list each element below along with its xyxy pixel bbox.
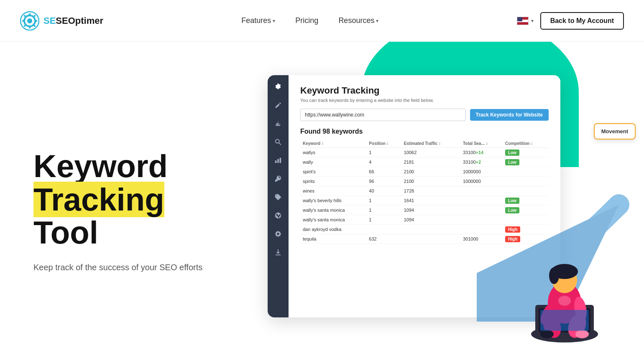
search-row: Track Keywords for Website [300,109,549,121]
competition-badge: Low [505,150,519,156]
cell-traffic: 1094 [401,205,460,215]
svg-rect-3 [22,20,24,22]
cell-position: 1 [366,215,401,225]
dashboard-title: Keyword Tracking [300,85,549,96]
col-competition: Competition ↕ [503,139,549,148]
cell-position: 40 [366,186,401,196]
cell-traffic: 1641 [401,196,460,205]
cell-traffic: 1094 [401,215,460,225]
hero-subtitle: Keep track of the success of your SEO ef… [33,263,243,272]
sidebar-tag-icon[interactable] [273,192,283,202]
sidebar-export-icon[interactable] [273,247,283,257]
svg-point-25 [558,296,571,306]
navigation: Features ▾ Pricing Resources ▾ [241,16,378,25]
svg-point-9 [27,18,32,23]
sidebar-gear-icon[interactable] [273,82,283,92]
cell-keyword: wally's santa monica [300,215,366,225]
website-search-input[interactable] [300,109,466,121]
table-row: wally 4 2181 33100+2 Low [300,157,549,167]
cell-keyword: wallys [300,148,366,157]
person-illustration [510,221,619,355]
cell-position: 1 [366,148,401,157]
language-selector[interactable]: ▾ [517,17,534,25]
cell-total: 33100+14 [460,148,503,157]
svg-point-17 [540,330,554,338]
table-row: wallys 1 10062 33100+14 Low [300,148,549,157]
cell-position: 4 [366,157,401,167]
col-total: Total Sea... ↕ [460,139,503,148]
cell-traffic: 2181 [401,157,460,167]
sidebar-key-icon[interactable] [273,174,283,184]
svg-point-21 [549,267,559,284]
header: SESEOptimer Features ▾ Pricing Resources… [0,0,644,42]
sidebar-chart-icon[interactable] [273,155,283,165]
movement-value: +14 [476,150,484,155]
nav-pricing[interactable]: Pricing [295,16,318,25]
hero-text: Keyword Tracking Tool Keep track of the … [33,124,243,272]
cell-position: 1 [366,205,401,215]
cell-traffic: 2100 [401,167,460,177]
chevron-down-icon: ▾ [273,18,275,24]
svg-point-18 [575,330,589,338]
cell-keyword: spirit's [300,167,366,177]
competition-badge: Low [505,159,519,165]
svg-rect-24 [540,310,589,331]
cell-traffic [401,234,460,244]
svg-rect-1 [29,13,31,15]
col-traffic: Estimated Traffic ↕ [401,139,460,148]
main-content: Keyword Tracking Tool Keep track of the … [0,42,644,355]
cell-keyword: wines [300,186,366,196]
cell-keyword: tequila [300,234,366,244]
cell-competition: Low [503,157,549,167]
chevron-down-icon: ▾ [531,18,534,24]
sidebar-search-icon[interactable] [273,137,283,147]
svg-rect-4 [35,20,37,22]
cell-total: 1000000 [460,167,503,177]
cell-position: 66 [366,167,401,177]
svg-rect-2 [29,26,31,28]
cell-competition [503,177,549,186]
cell-traffic [401,225,460,234]
col-position: Position ↕ [366,139,401,148]
dashboard-sidebar [268,75,289,317]
logo-icon [20,11,39,30]
table-header-row: Keyword ↕ Position ↕ Estimated Traffic ↕… [300,139,549,148]
nav-resources[interactable]: Resources ▾ [338,16,378,25]
cell-keyword: wally's beverly hills [300,196,366,205]
hero-title: Keyword Tracking Tool [33,150,243,249]
cell-total: 1000000 [460,177,503,186]
dashboard-subtitle: You can track keywords by entering a web… [300,98,549,103]
cell-keyword: spirits [300,177,366,186]
sidebar-edit-icon[interactable] [273,100,283,110]
logo[interactable]: SESEOptimer [20,11,103,30]
found-keywords-count: Found 98 keywords [300,128,549,135]
chevron-down-icon: ▾ [376,18,378,24]
cell-traffic: 10062 [401,148,460,157]
track-keywords-button[interactable]: Track Keywords for Website [470,109,549,121]
cell-position: 632 [366,234,401,244]
col-keyword: Keyword ↕ [300,139,366,148]
cell-keyword: dan aykroyd vodka [300,225,366,234]
cell-position [366,225,401,234]
cell-traffic: 1728 [401,186,460,196]
logo-text: SESEOptimer [43,15,103,26]
cell-competition: Low [503,148,549,157]
cell-total: 33100+2 [460,157,503,167]
table-row: spirit's 66 2100 1000000 [300,167,549,177]
flag-icon [517,17,529,25]
cell-competition [503,167,549,177]
sidebar-settings-icon[interactable] [273,229,283,239]
header-right: ▾ Back to My Account [517,12,624,30]
nav-features[interactable]: Features ▾ [241,16,275,25]
sidebar-share-icon[interactable] [273,119,283,129]
back-to-account-button[interactable]: Back to My Account [540,12,624,30]
hero-right: Keyword Tracking You can track keywords … [243,42,611,355]
sidebar-globe-icon[interactable] [273,210,283,221]
cell-position: 1 [366,196,401,205]
cell-position: 96 [366,177,401,186]
cell-keyword: wally [300,157,366,167]
cell-traffic: 2100 [401,177,460,186]
table-row: spirits 96 2100 1000000 [300,177,549,186]
cell-keyword: wally's santa monica [300,205,366,215]
movement-value: +2 [476,160,481,165]
